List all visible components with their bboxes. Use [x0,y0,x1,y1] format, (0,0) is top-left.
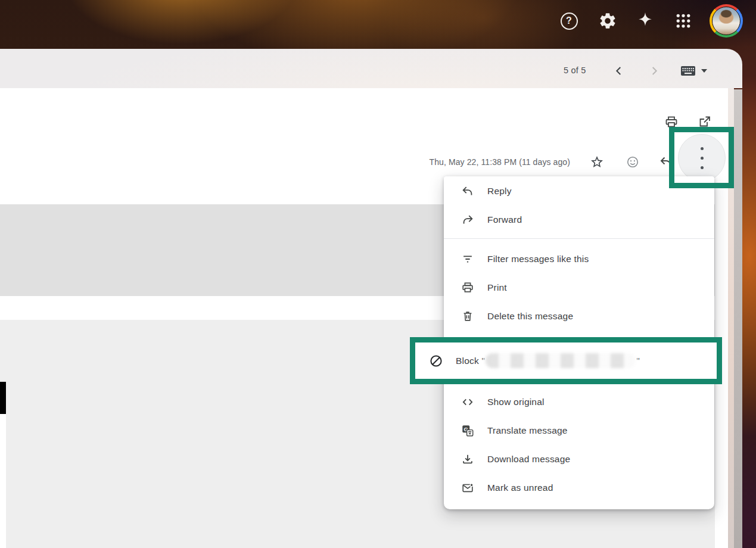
emoji-button[interactable] [621,150,645,174]
menu-item-delete[interactable]: Delete this message [444,302,714,331]
pagination-count: 5 of 5 [564,66,586,75]
menu-item-label: Mark as unread [487,482,553,493]
input-tools-button[interactable] [674,59,714,83]
menu-item-label: Reply [487,186,512,197]
menu-item-block-sender[interactable]: Block "" [415,342,717,379]
older-message-button[interactable] [642,59,666,83]
chevron-left-icon [612,64,626,77]
menu-item-download[interactable]: Download message [444,445,714,474]
mark-unread-icon [461,481,475,495]
gemini-button[interactable] [633,9,657,33]
star-button[interactable] [585,150,609,174]
forward-icon [461,213,475,227]
menu-item-mark-unread[interactable]: Mark as unread [444,474,714,502]
code-icon [461,395,475,409]
embedded-image-fragment [0,382,6,414]
menu-item-label: Filter messages like this [487,254,589,264]
menu-item-translate[interactable]: G Translate message [444,416,714,445]
annotation-box-block-item: Block "" [410,337,722,384]
menu-item-filter[interactable]: Filter messages like this [444,245,714,273]
menu-item-label: Translate message [487,425,568,436]
apps-grid-icon [674,12,692,30]
print-icon [461,281,475,295]
annotation-box-more-button [669,127,734,188]
download-icon [461,452,475,466]
gemini-sparkle-icon [635,11,655,31]
menu-item-show-original[interactable]: Show original [444,388,714,416]
block-icon [429,354,443,368]
message-toolbar [0,49,742,88]
menu-item-label: Download message [487,454,570,465]
menu-item-forward[interactable]: Forward [444,206,714,234]
settings-button[interactable] [596,9,620,33]
menu-item-label: Print [487,282,507,293]
emoji-icon [626,155,639,169]
menu-divider [444,238,714,239]
menu-item-label: Forward [487,214,522,225]
help-icon: ? [561,13,578,30]
apps-button[interactable] [671,9,695,33]
block-label-prefix: Block " [456,356,485,366]
block-label-suffix: " [636,356,640,366]
help-button[interactable]: ? [557,9,581,33]
dropdown-arrow-icon [701,68,708,73]
account-avatar[interactable] [710,4,743,38]
delete-icon [461,309,475,323]
vertical-scrollbar[interactable] [734,89,742,548]
menu-item-label: Show original [487,397,545,407]
message-date: Thu, May 22, 11:38 PM (11 days ago) [332,157,570,167]
newer-message-button[interactable] [607,59,631,83]
avatar-photo [712,7,741,35]
filter-icon [461,252,475,266]
star-icon [590,155,604,169]
redacted-sender-name [486,353,636,368]
chevron-right-icon [648,64,661,77]
menu-item-label: Delete this message [487,311,573,322]
reply-icon [461,184,475,198]
translate-icon: G [461,424,475,438]
menu-item-print[interactable]: Print [444,273,714,302]
input-tools-keyboard-icon [680,65,696,77]
settings-gear-icon [598,11,617,30]
